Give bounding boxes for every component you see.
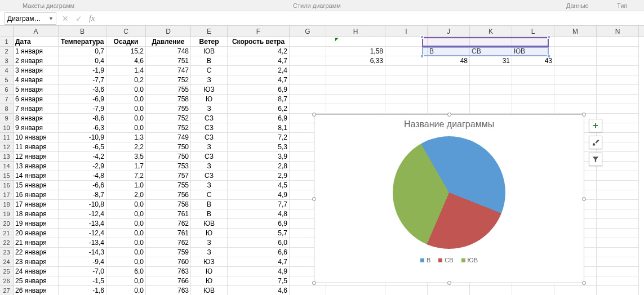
cell-N24[interactable]: [597, 257, 639, 267]
cell-E16[interactable]: З: [191, 181, 228, 190]
cell-F13[interactable]: 3,9: [228, 152, 290, 162]
cell-F5[interactable]: 4,7: [228, 75, 290, 85]
cell-M5[interactable]: [554, 75, 597, 85]
cell-E15[interactable]: СЗ: [191, 171, 228, 181]
row-header[interactable]: 12: [0, 142, 14, 152]
cell-D19[interactable]: 761: [146, 209, 191, 219]
row-header[interactable]: 13: [0, 152, 14, 162]
cell-L27[interactable]: [512, 286, 554, 295]
cell-I8[interactable]: [385, 104, 428, 114]
cell-J1[interactable]: [428, 37, 470, 47]
cell-F24[interactable]: 4,7: [228, 257, 290, 267]
row-header[interactable]: 24: [0, 257, 14, 267]
cell-N9[interactable]: [597, 114, 639, 123]
row-header[interactable]: 9: [0, 114, 14, 123]
cell-E5[interactable]: З: [191, 75, 228, 85]
cell-E21[interactable]: Ю: [191, 229, 228, 238]
cell-F21[interactable]: 5,7: [228, 229, 290, 238]
cell-B8[interactable]: -7,9: [59, 104, 106, 114]
cell-N23[interactable]: [597, 248, 639, 257]
cell-B25[interactable]: -7,0: [59, 267, 106, 276]
cell-E2[interactable]: ЮВ: [191, 47, 228, 56]
cell-K7[interactable]: [470, 95, 512, 104]
cell-D17[interactable]: 756: [146, 190, 191, 200]
cell-C9[interactable]: 0,0: [106, 114, 146, 123]
row-header[interactable]: 2: [0, 47, 14, 56]
cell-C2[interactable]: 15,2: [106, 47, 146, 56]
range-handle[interactable]: [420, 55, 424, 58]
cell-D11[interactable]: 749: [146, 133, 191, 142]
cell-N7[interactable]: [597, 95, 639, 104]
row-header[interactable]: 6: [0, 85, 14, 95]
cell-F17[interactable]: 4,9: [228, 190, 290, 200]
chart-resize-handle[interactable]: [582, 281, 586, 285]
cell-F27[interactable]: 4,6: [228, 286, 290, 295]
cell-G2[interactable]: [290, 47, 326, 56]
cell-A3[interactable]: 2 января: [14, 56, 59, 66]
cell-I5[interactable]: [385, 75, 428, 85]
cell-F18[interactable]: 7,7: [228, 200, 290, 209]
cell-C18[interactable]: 0,0: [106, 200, 146, 209]
cell-H5[interactable]: [326, 75, 385, 85]
cell-A26[interactable]: 25 января: [14, 276, 59, 286]
cell-E17[interactable]: С: [191, 190, 228, 200]
cell-F2[interactable]: 4,2: [228, 47, 290, 56]
cell-F8[interactable]: 6,2: [228, 104, 290, 114]
cell-D12[interactable]: 750: [146, 142, 191, 152]
cell-N17[interactable]: [597, 190, 639, 200]
cell-A18[interactable]: 17 января: [14, 200, 59, 209]
cell-C13[interactable]: 3,5: [106, 152, 146, 162]
cell-C24[interactable]: 0,0: [106, 257, 146, 267]
cell-A24[interactable]: 23 января: [14, 257, 59, 267]
cell-F7[interactable]: 8,7: [228, 95, 290, 104]
cell-C27[interactable]: 0,0: [106, 286, 146, 295]
name-box[interactable]: Диаграм… ▼: [5, 12, 56, 25]
cell-B26[interactable]: -1,5: [59, 276, 106, 286]
cell-C1[interactable]: Осадки: [106, 37, 146, 47]
row-header[interactable]: 5: [0, 75, 14, 85]
cell-E11[interactable]: СЗ: [191, 133, 228, 142]
cell-N3[interactable]: [597, 56, 639, 66]
accept-icon[interactable]: ✓: [75, 14, 82, 23]
cell-D8[interactable]: 755: [146, 104, 191, 114]
cell-J5[interactable]: [428, 75, 470, 85]
cell-E14[interactable]: З: [191, 162, 228, 171]
row-header[interactable]: 22: [0, 238, 14, 248]
cell-N4[interactable]: [597, 66, 639, 75]
cell-D5[interactable]: 752: [146, 75, 191, 85]
cell-N14[interactable]: [597, 162, 639, 171]
cell-N1[interactable]: [597, 37, 639, 47]
cell-D1[interactable]: Давление: [146, 37, 191, 47]
legend-item[interactable]: СВ: [438, 257, 453, 263]
cell-D2[interactable]: 748: [146, 47, 191, 56]
cell-E3[interactable]: В: [191, 56, 228, 66]
cell-D21[interactable]: 761: [146, 229, 191, 238]
column-header-H[interactable]: H: [326, 26, 385, 37]
cell-F3[interactable]: 4,7: [228, 56, 290, 66]
cell-B21[interactable]: -12,4: [59, 229, 106, 238]
cell-N6[interactable]: [597, 85, 639, 95]
cell-B15[interactable]: -4,8: [59, 171, 106, 181]
cell-L6[interactable]: [512, 85, 554, 95]
cell-J27[interactable]: [428, 286, 470, 295]
cell-B27[interactable]: -1,6: [59, 286, 106, 295]
row-header[interactable]: 21: [0, 229, 14, 238]
cell-E18[interactable]: В: [191, 200, 228, 209]
cell-C17[interactable]: 2,0: [106, 190, 146, 200]
cell-K3[interactable]: 31: [470, 56, 512, 66]
cell-J7[interactable]: [428, 95, 470, 104]
range-handle[interactable]: [547, 35, 550, 39]
cell-A9[interactable]: 8 января: [14, 114, 59, 123]
cell-G3[interactable]: [290, 56, 326, 66]
cell-F22[interactable]: 6,0: [228, 238, 290, 248]
cell-J6[interactable]: [428, 85, 470, 95]
cell-G27[interactable]: [290, 286, 326, 295]
cell-C10[interactable]: 0,0: [106, 123, 146, 133]
cell-F12[interactable]: 5,3: [228, 142, 290, 152]
cell-B1[interactable]: Температура: [59, 37, 106, 47]
cell-D27[interactable]: 763: [146, 286, 191, 295]
cell-K2[interactable]: СВ: [470, 47, 512, 56]
cell-C19[interactable]: 0,0: [106, 209, 146, 219]
column-header-C[interactable]: C: [106, 26, 146, 37]
legend-item[interactable]: В: [420, 257, 430, 263]
